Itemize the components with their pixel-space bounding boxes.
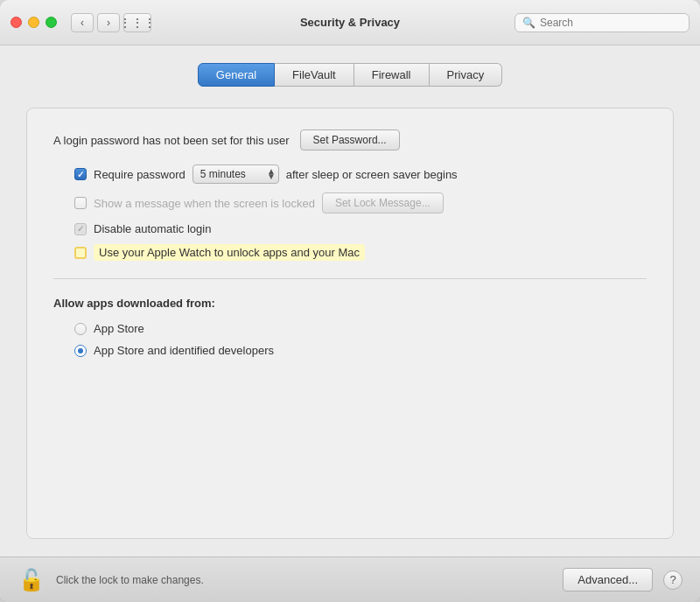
help-button[interactable]: ? xyxy=(663,570,682,590)
password-dropdown-wrapper: immediately 5 seconds 1 minute 5 minutes… xyxy=(192,164,279,184)
section-divider xyxy=(53,278,647,279)
disable-auto-login-checkbox[interactable] xyxy=(74,223,87,235)
require-password-row: Require password immediately 5 seconds 1… xyxy=(53,164,647,184)
app-store-radio[interactable] xyxy=(74,323,87,335)
app-store-label: App Store xyxy=(94,322,144,335)
apple-watch-row: Use your Apple Watch to unlock apps and … xyxy=(53,244,647,261)
tab-general[interactable]: General xyxy=(198,63,275,87)
traffic-lights xyxy=(10,17,57,28)
maximize-button[interactable] xyxy=(46,17,57,28)
set-password-button[interactable]: Set Password... xyxy=(300,130,400,150)
set-lock-message-button: Set Lock Message... xyxy=(322,192,444,214)
tab-filevault[interactable]: FileVault xyxy=(275,63,354,87)
window-title: Security & Privacy xyxy=(300,16,400,29)
advanced-button[interactable]: Advanced... xyxy=(563,568,653,592)
window: ‹ › ⋮⋮⋮ Security & Privacy 🔍 General Fil… xyxy=(0,0,700,602)
app-store-identified-radio-row: App Store and identified developers xyxy=(53,344,647,357)
nav-buttons: ‹ › xyxy=(71,13,120,32)
app-store-identified-label: App Store and identified developers xyxy=(94,344,274,357)
show-all-button[interactable]: ⋮⋮⋮ xyxy=(123,13,151,32)
apple-watch-label: Use your Apple Watch to unlock apps and … xyxy=(94,244,365,261)
app-store-radio-row: App Store xyxy=(53,322,647,335)
search-icon: 🔍 xyxy=(522,17,536,29)
show-message-label: Show a message when the screen is locked xyxy=(94,197,315,210)
back-button[interactable]: ‹ xyxy=(71,13,94,32)
search-box[interactable]: 🔍 xyxy=(514,13,690,32)
search-input[interactable] xyxy=(540,17,682,29)
app-store-identified-radio[interactable] xyxy=(74,345,87,357)
apple-watch-checkbox[interactable] xyxy=(74,247,87,259)
tab-privacy[interactable]: Privacy xyxy=(430,63,503,87)
show-message-row: Show a message when the screen is locked… xyxy=(53,192,647,214)
login-password-label: A login password has not been set for th… xyxy=(53,134,290,147)
tabs: General FileVault Firewall Privacy xyxy=(26,63,674,87)
require-password-label: Require password xyxy=(94,168,186,181)
forward-button[interactable]: › xyxy=(97,13,120,32)
require-password-checkbox[interactable] xyxy=(74,168,87,180)
footer: 🔓 Click the lock to make changes. Advanc… xyxy=(0,556,700,602)
content: General FileVault Firewall Privacy A log… xyxy=(0,46,700,556)
lock-icon: 🔓 xyxy=(18,568,45,592)
allow-apps-heading: Allow apps downloaded from: xyxy=(53,297,647,310)
minimize-button[interactable] xyxy=(28,17,39,28)
footer-text: Click the lock to make changes. xyxy=(56,574,552,586)
tab-firewall[interactable]: Firewall xyxy=(354,63,430,87)
password-timeout-select[interactable]: immediately 5 seconds 1 minute 5 minutes… xyxy=(192,164,279,184)
show-message-checkbox[interactable] xyxy=(74,197,87,209)
disable-auto-login-label: Disable automatic login xyxy=(94,222,211,235)
close-button[interactable] xyxy=(10,17,22,28)
login-password-row: A login password has not been set for th… xyxy=(53,130,647,150)
general-panel: A login password has not been set for th… xyxy=(26,108,674,539)
lock-icon-wrapper[interactable]: 🔓 xyxy=(18,566,46,594)
after-sleep-label: after sleep or screen saver begins xyxy=(286,168,458,181)
titlebar: ‹ › ⋮⋮⋮ Security & Privacy 🔍 xyxy=(0,0,700,46)
disable-auto-login-row: Disable automatic login xyxy=(53,222,647,235)
